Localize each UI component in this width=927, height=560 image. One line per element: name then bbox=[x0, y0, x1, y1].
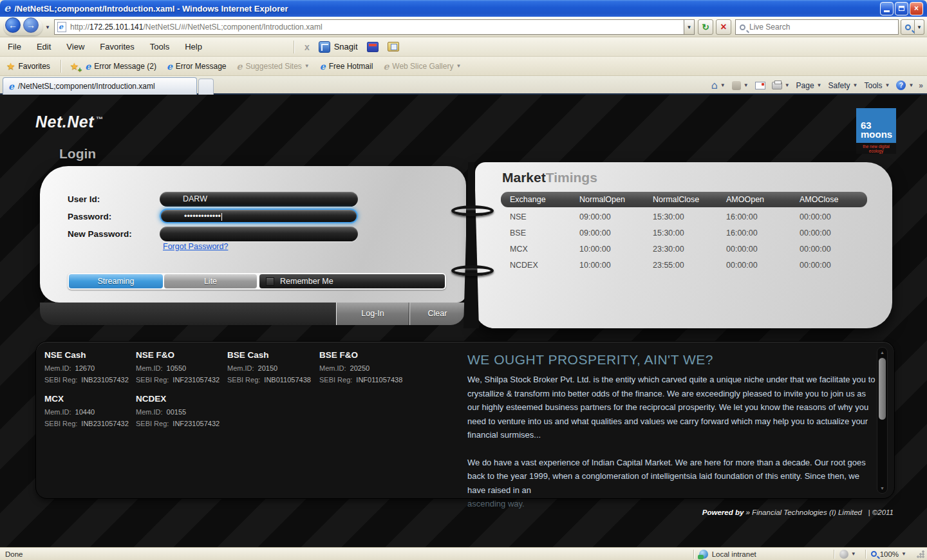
menu-bar: File Edit View Favorites Tools Help x Sn… bbox=[0, 37, 927, 57]
chevron-down-icon: ▼ bbox=[720, 82, 726, 88]
feeds-button[interactable]: ▼ bbox=[732, 81, 749, 90]
print-button[interactable]: ▼ bbox=[772, 82, 790, 89]
streaming-mode-button[interactable]: Streaming bbox=[69, 274, 163, 288]
snagit-editor-icon[interactable] bbox=[388, 42, 399, 51]
chevron-down-icon[interactable]: ▼ bbox=[851, 551, 856, 557]
about-scrollbar[interactable]: ▲ ▼ bbox=[877, 347, 888, 494]
live-search-box[interactable] bbox=[735, 19, 899, 35]
user-id-label: User Id: bbox=[68, 194, 100, 204]
chevron-down-icon: ▼ bbox=[456, 63, 461, 69]
page-menu[interactable]: Page▼ bbox=[796, 81, 822, 90]
market-timings-card: MarketTimings Exchange NormalOpen Normal… bbox=[475, 162, 892, 328]
snagit-close-button[interactable]: x bbox=[298, 42, 316, 52]
history-dropdown-icon[interactable]: ▼ bbox=[45, 24, 50, 30]
restore-button[interactable] bbox=[895, 2, 908, 15]
remember-me-checkbox[interactable] bbox=[266, 277, 274, 286]
help-button[interactable]: ?▼ bbox=[896, 80, 913, 90]
minimize-button[interactable] bbox=[880, 2, 894, 15]
chevron-down-icon: ▼ bbox=[817, 82, 822, 88]
tools-menu[interactable]: Tools▼ bbox=[864, 81, 890, 90]
new-password-field[interactable] bbox=[160, 227, 358, 241]
favorite-error-message-2[interactable]: eError Message (2) bbox=[85, 61, 156, 71]
powered-by-footer: Powered by » Financial Technologies (I) … bbox=[702, 509, 894, 516]
user-id-field[interactable]: DARW bbox=[160, 192, 358, 207]
favorites-button[interactable]: Favorites bbox=[18, 62, 50, 71]
back-button[interactable]: ← bbox=[5, 17, 21, 33]
remember-me-bar[interactable]: Remember Me bbox=[259, 274, 445, 288]
password-label: Password: bbox=[68, 212, 111, 221]
page-title: Login bbox=[59, 146, 96, 162]
membership-nse-cash: NSE Cash Mem.ID:12670 SEBI Reg:INB231057… bbox=[44, 350, 141, 387]
table-row: NCDEX10:00:0023:55:0000:00:0000:00:00 bbox=[501, 257, 867, 273]
ie-favicon: e bbox=[167, 61, 173, 71]
new-tab-stub[interactable] bbox=[198, 79, 214, 95]
favorite-web-slice-gallery[interactable]: eWeb Slice Gallery▼ bbox=[383, 61, 461, 71]
zoom-icon[interactable] bbox=[871, 551, 877, 557]
scroll-up-icon[interactable]: ▲ bbox=[877, 350, 887, 355]
scrollbar-thumb[interactable] bbox=[879, 358, 886, 420]
add-favorite-icon[interactable]: ★ bbox=[70, 61, 79, 72]
protected-mode-icon[interactable] bbox=[839, 550, 848, 559]
url-field[interactable]: e http://172.25.101.141/NetNetSL/#/NetNe… bbox=[54, 19, 685, 35]
restore-icon bbox=[899, 6, 904, 11]
lite-mode-button[interactable]: Lite bbox=[164, 274, 257, 288]
binder-ring-icon bbox=[451, 265, 494, 276]
menu-view[interactable]: View bbox=[59, 39, 92, 54]
stop-button[interactable]: × bbox=[716, 19, 731, 35]
command-bar: ⌂▼ ▼ ▼ Page▼ Safety▼ Tools▼ ?▼ » bbox=[705, 77, 923, 93]
title-bar: e /NetNetSL;component/Introduction.xaml … bbox=[0, 0, 927, 17]
feeds-icon bbox=[732, 81, 741, 90]
netnet-logo: Net.Net™ bbox=[35, 113, 104, 131]
tab-introduction-xaml[interactable]: e /NetNetSL;component/Introduction.xaml bbox=[3, 77, 197, 95]
zoom-level[interactable]: 100% bbox=[880, 550, 899, 558]
search-options-button[interactable]: ▼ bbox=[915, 19, 924, 35]
status-bar: Done Local intranet ▼ 100% ▼ bbox=[0, 547, 927, 560]
menu-file[interactable]: File bbox=[0, 39, 29, 54]
remember-me-label: Remember Me bbox=[280, 277, 333, 286]
menu-favorites[interactable]: Favorites bbox=[92, 39, 142, 54]
menu-tools[interactable]: Tools bbox=[142, 39, 177, 54]
info-panel: NSE Cash Mem.ID:12670 SEBI Reg:INB231057… bbox=[35, 341, 895, 499]
toolbar-separator bbox=[294, 41, 294, 53]
login-card: User Id: DARW Password: ••••••••••••• Ne… bbox=[40, 166, 466, 303]
search-go-button[interactable] bbox=[901, 19, 915, 35]
password-field[interactable]: ••••••••••••• bbox=[160, 209, 358, 223]
chevron-down-icon[interactable]: ▼ bbox=[901, 551, 906, 557]
url-dropdown-button[interactable]: ▼ bbox=[684, 19, 695, 35]
favorites-star-icon: ★ bbox=[6, 61, 15, 72]
about-paragraph-2: We do have a vast experience of Indian C… bbox=[467, 456, 879, 511]
favorite-error-message[interactable]: eError Message bbox=[167, 61, 227, 71]
refresh-button[interactable]: ↻ bbox=[698, 19, 713, 35]
chevron-down-icon: ▼ bbox=[885, 82, 890, 88]
menu-help[interactable]: Help bbox=[177, 39, 210, 54]
forward-button[interactable]: → bbox=[23, 17, 39, 33]
read-mail-button[interactable] bbox=[755, 82, 765, 89]
menu-edit[interactable]: Edit bbox=[29, 39, 59, 54]
minimize-icon bbox=[884, 10, 890, 12]
63moons-tagline: the new digital ecology bbox=[856, 144, 896, 154]
snagit-label[interactable]: Snagit bbox=[334, 42, 358, 51]
search-input[interactable] bbox=[749, 23, 878, 32]
forgot-password-link[interactable]: Forgot Password? bbox=[163, 242, 228, 251]
favorite-suggested-sites[interactable]: eSuggested Sites▼ bbox=[237, 61, 310, 71]
col-amo-open: AMOOpen bbox=[726, 195, 800, 204]
favorite-free-hotmail[interactable]: eFree Hotmail bbox=[320, 61, 373, 71]
safety-menu[interactable]: Safety▼ bbox=[829, 81, 858, 90]
snagit-capture-window-icon[interactable] bbox=[367, 42, 379, 52]
63moons-logo: 63moons the new digital ecology bbox=[856, 108, 896, 154]
login-button[interactable]: Log-In bbox=[336, 303, 409, 325]
chevron-down-icon: ▼ bbox=[785, 82, 790, 88]
scroll-down-icon[interactable]: ▼ bbox=[877, 486, 887, 490]
snagit-icon[interactable] bbox=[319, 41, 330, 53]
about-faded-line: ascending way. bbox=[467, 499, 525, 509]
address-bar: ← → ▼ e http://172.25.101.141/NetNetSL/#… bbox=[0, 17, 927, 37]
table-row: NSE09:00:0015:30:0016:00:0000:00:00 bbox=[501, 209, 867, 225]
toolbar-overflow-icon[interactable]: » bbox=[919, 81, 923, 90]
clear-button[interactable]: Clear bbox=[409, 303, 465, 325]
about-heading: WE OUGHT PROSPERITY, AIN'T WE? bbox=[467, 352, 879, 368]
resize-grip[interactable] bbox=[917, 550, 924, 558]
login-button-strip: Log-In Clear bbox=[40, 303, 465, 325]
close-button[interactable]: × bbox=[910, 2, 923, 15]
page-ie-icon: e bbox=[57, 22, 66, 32]
home-button[interactable]: ⌂▼ bbox=[711, 79, 726, 91]
